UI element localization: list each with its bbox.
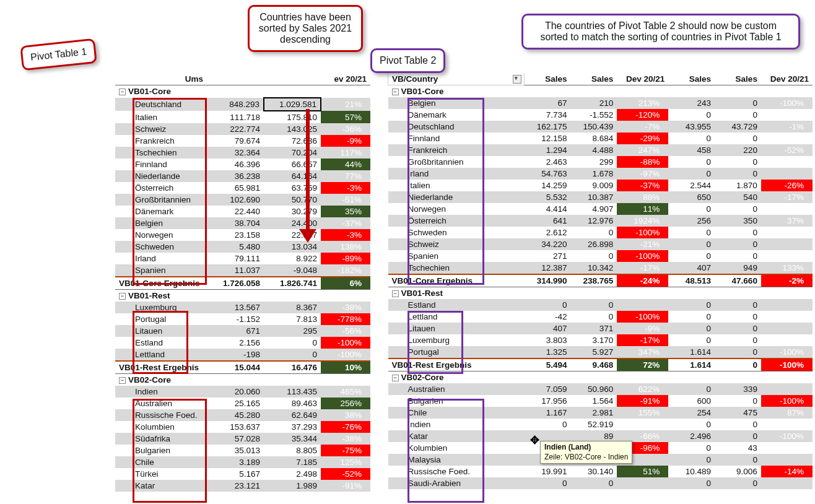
value-cell[interactable]: -1.152 xyxy=(207,313,264,325)
country-cell[interactable]: Niederlande xyxy=(388,191,525,203)
country-cell[interactable]: Spanien xyxy=(388,250,525,262)
country-cell[interactable]: Frankreich xyxy=(115,135,207,147)
value-cell[interactable]: 65.981 xyxy=(207,182,264,194)
country-cell[interactable]: Großbritannien xyxy=(388,156,525,168)
dev-cell[interactable]: 347% xyxy=(617,346,668,358)
table-row[interactable]: Belgien38.70424.400-37% xyxy=(115,217,370,229)
country-cell[interactable]: Schweiz xyxy=(388,238,525,250)
value-cell[interactable]: 11.037 xyxy=(207,264,264,277)
table-row[interactable]: Tschechien12.38710.342-17%407949133% xyxy=(388,262,813,274)
value-cell[interactable]: 0 xyxy=(715,430,761,442)
total-row[interactable]: VB01-Core Ergebnis1.726.0581.826.7416% xyxy=(115,277,370,290)
value-cell[interactable]: 143.025 xyxy=(264,123,321,135)
table-row[interactable]: Südafrika57.02835.344-38% xyxy=(115,433,370,445)
dev-cell[interactable]: 622% xyxy=(617,383,668,395)
value-cell[interactable]: 9.009 xyxy=(570,180,617,191)
country-cell[interactable]: Luxemburg xyxy=(388,334,525,346)
country-cell[interactable]: Österreich xyxy=(388,215,525,227)
country-cell[interactable]: Italien xyxy=(388,180,525,191)
collapse-icon[interactable]: − xyxy=(119,293,126,300)
value-cell[interactable]: 111.718 xyxy=(207,111,264,123)
dev-cell[interactable]: -76% xyxy=(321,421,370,433)
value-cell[interactable]: 0 xyxy=(668,334,715,346)
dev-cell[interactable]: -3% xyxy=(321,229,370,241)
dev-cell[interactable]: -100% xyxy=(321,349,370,361)
table-row[interactable]: Indien20.060113.435465% xyxy=(115,386,370,398)
country-cell[interactable]: Chile xyxy=(388,407,525,419)
value-cell[interactable]: 3.189 xyxy=(207,456,264,468)
dev-cell[interactable] xyxy=(761,311,813,323)
value-cell[interactable]: 5.480 xyxy=(207,241,264,253)
value-cell[interactable]: 254 xyxy=(668,407,715,419)
country-cell[interactable]: Deutschland xyxy=(388,121,525,133)
value-cell[interactable]: 8.922 xyxy=(264,253,321,264)
collapse-icon[interactable]: − xyxy=(392,89,399,95)
dev-cell[interactable]: -14% xyxy=(761,466,813,477)
value-cell[interactable]: 0 xyxy=(570,250,617,262)
total-row[interactable]: VB01-Rest Ergebnis15.04416.47610% xyxy=(115,361,370,374)
group-row[interactable]: −VB01-Core xyxy=(388,85,813,98)
value-cell[interactable]: 2.612 xyxy=(525,227,571,238)
country-cell[interactable]: Irland xyxy=(115,253,207,264)
dev-cell[interactable] xyxy=(761,250,813,262)
country-cell[interactable]: Portugal xyxy=(388,346,525,358)
value-cell[interactable]: 0 xyxy=(668,156,715,168)
table-row[interactable]: Irland54.7631.678-97%00 xyxy=(388,168,813,180)
table-row[interactable]: Saudi-Arabien0000 xyxy=(388,477,813,489)
dev-cell[interactable]: -17% xyxy=(617,334,668,346)
country-cell[interactable]: Dänemark xyxy=(115,206,207,217)
value-cell[interactable]: 0 xyxy=(668,168,715,180)
table-row[interactable]: Katar23.1211.989-91% xyxy=(115,480,370,492)
value-cell[interactable]: 13.567 xyxy=(207,302,264,313)
value-cell[interactable]: 671 xyxy=(207,325,264,337)
value-cell[interactable]: 7.059 xyxy=(525,383,571,395)
table-row[interactable]: Italien111.718175.81057% xyxy=(115,111,370,123)
value-cell[interactable]: 26.898 xyxy=(570,238,617,250)
table-row[interactable]: Irland79.1118.922-89% xyxy=(115,253,370,264)
value-cell[interactable]: 7.813 xyxy=(264,313,321,325)
dev-cell[interactable] xyxy=(761,203,813,215)
country-cell[interactable]: Russische Foed. xyxy=(115,409,207,421)
table-row[interactable]: Finnland12.1588.684-29%00 xyxy=(388,133,813,144)
dev-cell[interactable]: -37% xyxy=(617,180,668,191)
dev-cell[interactable]: 155% xyxy=(617,407,668,419)
country-cell[interactable]: Malaysia xyxy=(388,454,525,466)
dev-cell[interactable] xyxy=(617,419,668,430)
table-row[interactable]: Belgien67210213%2430-100% xyxy=(388,97,813,109)
value-cell[interactable]: 0 xyxy=(668,477,715,489)
value-cell[interactable]: 0 xyxy=(715,346,761,358)
dev-cell[interactable]: -56% xyxy=(321,325,370,337)
table-row[interactable]: Luxemburg3.8033.170-17%00 xyxy=(388,334,813,346)
table-row[interactable]: Norwegen4.4144.90711%00 xyxy=(388,203,813,215)
table-row[interactable]: Schweden5.48013.034138% xyxy=(115,241,370,253)
value-cell[interactable]: 66.657 xyxy=(264,159,321,170)
value-cell[interactable]: 407 xyxy=(525,323,571,334)
value-cell[interactable]: 0 xyxy=(668,299,715,311)
value-cell[interactable]: 1.614 xyxy=(668,346,715,358)
value-cell[interactable]: 0 xyxy=(570,299,617,311)
collapse-icon[interactable]: − xyxy=(392,290,399,297)
value-cell[interactable]: 0 xyxy=(668,227,715,238)
country-cell[interactable]: Finnland xyxy=(388,133,525,144)
value-cell[interactable]: 150.439 xyxy=(570,121,617,133)
country-cell[interactable]: Deutschland xyxy=(115,98,207,111)
value-cell[interactable]: 5.927 xyxy=(570,346,617,358)
country-cell[interactable]: Kolumbien xyxy=(115,421,207,433)
dev-cell[interactable]: -75% xyxy=(321,445,370,456)
value-cell[interactable]: 0 xyxy=(715,227,761,238)
dev-cell[interactable] xyxy=(617,299,668,311)
dev-cell[interactable]: -778% xyxy=(321,313,370,325)
value-cell[interactable]: 1.678 xyxy=(570,168,617,180)
group-row[interactable]: −VB02-Core xyxy=(115,374,370,386)
dev-cell[interactable] xyxy=(761,323,813,334)
value-cell[interactable]: 848.293 xyxy=(207,98,264,111)
dev-cell[interactable]: -100% xyxy=(761,395,813,407)
value-cell[interactable]: 0 xyxy=(715,299,761,311)
field-dropdown-icon[interactable] xyxy=(513,75,521,84)
table-row[interactable]: Luxemburg13.5678.367-38% xyxy=(115,302,370,313)
dev-cell[interactable] xyxy=(761,383,813,395)
country-cell[interactable]: Irland xyxy=(388,168,525,180)
value-cell[interactable]: 0 xyxy=(668,311,715,323)
dev-cell[interactable]: -100% xyxy=(617,227,668,238)
dev-cell[interactable]: 465% xyxy=(321,386,370,398)
